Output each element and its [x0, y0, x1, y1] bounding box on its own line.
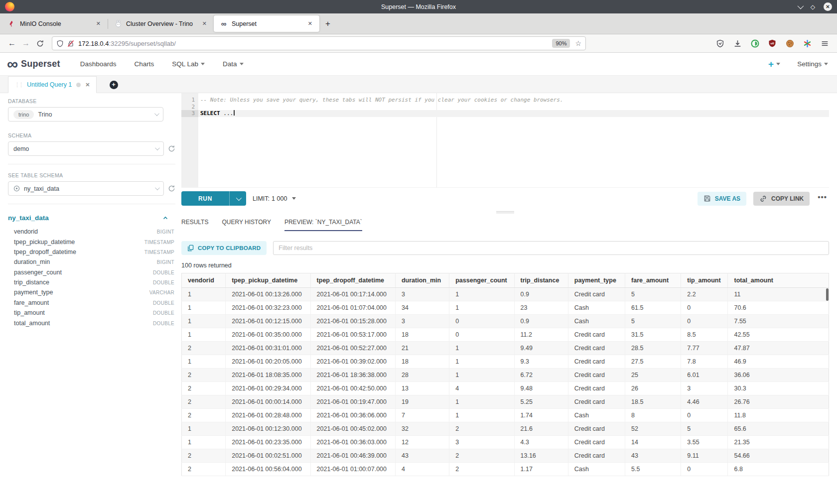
menu-icon[interactable] [819, 38, 830, 49]
new-tab-button[interactable]: + [319, 19, 336, 29]
collapse-chevron-up-icon[interactable] [162, 215, 168, 221]
table-cell: 2021-06-01 00:19:47.000 [310, 395, 395, 409]
close-tab-icon[interactable]: ✕ [94, 19, 103, 28]
table-cell: 2021-06-01 00:28:48.000 [226, 409, 310, 422]
url-text[interactable]: 172.18.0.4:32295/superset/sqllab/ [78, 40, 552, 47]
nav-item-sql-lab[interactable]: SQL Lab [172, 60, 205, 68]
schema-column-row[interactable]: tpep_dropoff_datetimeTIMESTAMP [8, 247, 175, 257]
database-select[interactable]: trino Trino [8, 107, 163, 122]
superset-logo[interactable]: ∞ Superset [7, 59, 60, 70]
schema-column-row[interactable]: passenger_countDOUBLE [8, 267, 175, 277]
results-tab-preview[interactable]: PREVIEW: `NY_TAXI_DATA` [284, 219, 362, 231]
column-header[interactable]: fare_amount [625, 273, 681, 288]
schema-column-row[interactable]: payment_typeVARCHAR [8, 287, 175, 297]
table-cell: 70.6 [728, 301, 829, 315]
column-header[interactable]: duration_min [395, 273, 449, 288]
forward-icon[interactable]: → [19, 36, 33, 50]
ublock-icon[interactable]: u0 [767, 38, 778, 49]
table-row[interactable]: 12021-06-01 00:12:15.0002021-06-01 00:15… [182, 315, 829, 328]
save-as-button[interactable]: SAVE AS [698, 192, 746, 206]
table-row[interactable]: 12021-06-01 00:13:26.0002021-06-01 00:17… [182, 288, 829, 301]
download-icon[interactable] [732, 38, 743, 49]
column-header[interactable]: passenger_count [449, 273, 514, 288]
close-window-icon[interactable]: ✕ [824, 2, 832, 11]
column-header[interactable]: tpep_dropoff_datetime [310, 273, 395, 288]
close-tab-icon[interactable]: ✕ [306, 19, 314, 28]
schema-column-row[interactable]: tpep_pickup_datetimeTIMESTAMP [8, 237, 175, 247]
nav-item-charts[interactable]: Charts [135, 60, 154, 68]
run-options-button[interactable] [229, 191, 246, 206]
table-row[interactable]: 22021-06-01 00:56:04.0002021-06-01 01:00… [182, 463, 829, 476]
schema-column-row[interactable]: total_amountDOUBLE [8, 318, 175, 328]
browser-tab[interactable]: MinIO Console✕ [2, 15, 108, 32]
column-name: trip_distance [14, 279, 49, 286]
table-row[interactable]: 22021-06-01 00:02:51.0002021-06-01 00:46… [182, 449, 829, 463]
browser-tab[interactable]: Cluster Overview - Trino✕ [108, 15, 214, 32]
column-header[interactable]: tpep_pickup_datetime [226, 273, 310, 288]
extension-green-icon[interactable] [749, 38, 760, 49]
results-tab-results[interactable]: RESULTS [181, 219, 208, 231]
table-row[interactable]: 22021-06-01 18:08:35.0002021-06-01 18:36… [182, 369, 829, 382]
table-row[interactable]: 12021-06-01 00:32:23.0002021-06-01 01:07… [182, 301, 829, 315]
table-row[interactable]: 22021-06-01 00:00:14.0002021-06-01 00:19… [182, 395, 829, 409]
table-cell: 0.9 [514, 315, 568, 328]
back-icon[interactable]: ← [5, 36, 19, 50]
zoom-level-badge[interactable]: 90% [552, 39, 570, 48]
table-row[interactable]: 22021-06-01 00:28:48.0002021-06-01 00:36… [182, 409, 829, 422]
bookmark-star-icon[interactable]: ☆ [575, 39, 581, 47]
run-button[interactable]: RUN [181, 191, 246, 206]
url-field[interactable]: 172.18.0.4:32295/superset/sqllab/ 90% ☆ [52, 36, 586, 50]
table-row[interactable]: 12021-06-01 00:12:30.0002021-06-01 00:45… [182, 422, 829, 436]
schema-column-row[interactable]: tip_amountDOUBLE [8, 308, 175, 318]
results-tab-query-history[interactable]: QUERY HISTORY [222, 219, 271, 231]
schema-column-row[interactable]: vendoridBIGINT [8, 227, 175, 237]
shield-icon[interactable] [56, 40, 64, 47]
restore-window-icon[interactable]: ◇ [811, 4, 815, 10]
filter-results-input[interactable] [273, 241, 829, 255]
reload-icon[interactable] [33, 36, 47, 50]
table-scrollbar-thumb[interactable] [826, 288, 829, 301]
extension-colorful-icon[interactable] [802, 38, 813, 49]
column-header[interactable]: vendorid [182, 273, 226, 288]
copy-to-clipboard-button[interactable]: COPY TO CLIPBOARD [181, 241, 267, 255]
table-row[interactable]: 12021-06-01 00:23:35.0002021-06-01 00:36… [182, 436, 829, 449]
close-tab-icon[interactable]: ✕ [200, 19, 209, 28]
insecure-lock-icon[interactable] [67, 40, 74, 47]
sql-editor[interactable]: 123 -- Note: Unless you save your query,… [181, 93, 829, 187]
query-tab[interactable]: ⋮⋮ Untitled Query 1 ✕ [8, 76, 97, 93]
nav-item-data[interactable]: Data [223, 60, 244, 68]
drag-handle-icon[interactable]: ⋮⋮ [14, 82, 22, 88]
table-row[interactable]: 12021-06-01 00:20:05.0002021-06-01 00:39… [182, 355, 829, 369]
cookie-icon[interactable] [784, 38, 795, 49]
column-header[interactable]: total_amount [728, 273, 829, 288]
more-actions-button[interactable]: ••• [817, 193, 829, 204]
column-header[interactable]: trip_distance [514, 273, 568, 288]
column-header[interactable]: payment_type [568, 273, 625, 288]
schema-column-row[interactable]: trip_distanceDOUBLE [8, 277, 175, 287]
refresh-table-icon[interactable] [168, 185, 175, 192]
nav-settings[interactable]: Settings [797, 60, 828, 68]
schema-select[interactable]: demo [8, 141, 164, 156]
pocket-shield-icon[interactable] [714, 38, 725, 49]
table-cell: 7 [395, 409, 449, 422]
table-select[interactable]: ny_taxi_data [8, 181, 164, 196]
nav-add-button[interactable]: + [768, 59, 780, 69]
table-row[interactable]: 22021-06-01 00:31:01.0002021-06-01 00:52… [182, 342, 829, 355]
nav-item-dashboards[interactable]: Dashboards [80, 60, 117, 68]
table-cell: Cash [568, 301, 625, 315]
table-row[interactable]: 22021-06-01 00:29:34.0002021-06-01 00:42… [182, 382, 829, 395]
refresh-schema-icon[interactable] [168, 145, 175, 152]
browser-tab[interactable]: ∞Superset✕ [214, 15, 319, 32]
column-header[interactable]: tip_amount [681, 273, 728, 288]
schema-table-name[interactable]: ny_taxi_data [8, 214, 49, 222]
copy-link-button[interactable]: COPY LINK [753, 192, 810, 206]
tab-list-chevron-icon[interactable] [797, 3, 804, 9]
schema-column-row[interactable]: fare_amountDOUBLE [8, 298, 175, 308]
table-row[interactable]: 12021-06-01 00:35:00.0002021-06-01 00:53… [182, 328, 829, 342]
close-query-tab-icon[interactable]: ✕ [85, 82, 90, 88]
table-cell: 3 [681, 382, 728, 395]
panel-resize-handle[interactable] [496, 210, 514, 214]
limit-dropdown[interactable]: LIMIT: 1 000 [253, 195, 296, 202]
add-query-tab-button[interactable]: + [110, 81, 118, 89]
schema-column-row[interactable]: duration_minBIGINT [8, 257, 175, 267]
